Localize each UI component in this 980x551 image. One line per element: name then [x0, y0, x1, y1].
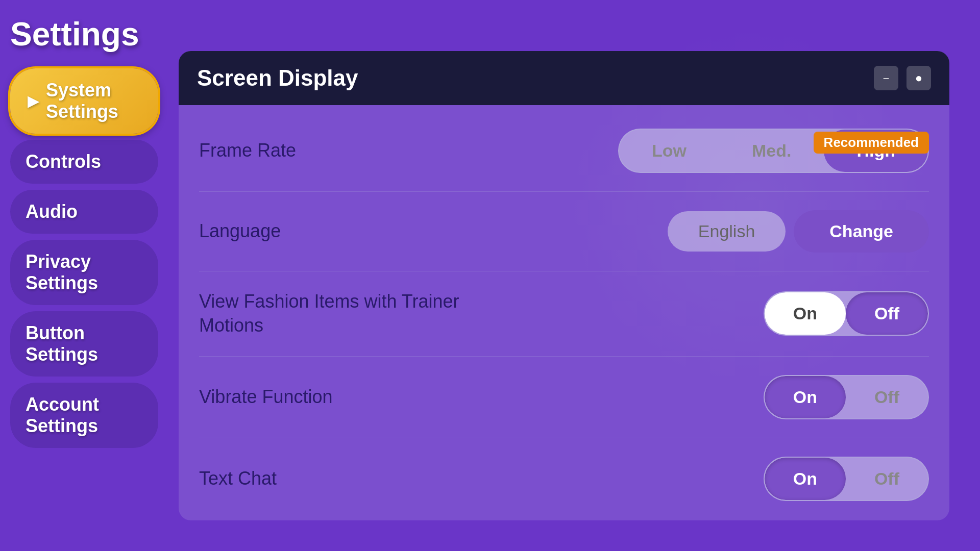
setting-row-language: Language English Change — [199, 192, 929, 271]
circle-icon[interactable]: ● — [906, 66, 931, 90]
frame-rate-med-button[interactable]: Med. — [719, 130, 824, 172]
setting-label-text-chat: Text Chat — [199, 467, 277, 491]
setting-label-view-fashion: View Fashion Items with Trainer Motions — [199, 290, 485, 338]
view-fashion-off-button[interactable]: Off — [846, 292, 928, 335]
frame-rate-controls: Recommended Low Med. High — [618, 129, 929, 173]
setting-row-view-fashion: View Fashion Items with Trainer Motions … — [199, 271, 929, 357]
recommended-badge: Recommended — [814, 132, 929, 154]
sidebar-item-privacy-settings[interactable]: Privacy Settings — [10, 240, 158, 305]
view-fashion-on-button[interactable]: On — [765, 292, 846, 335]
text-chat-controls: On Off — [764, 457, 929, 501]
nav-arrow-icon: ▶ — [26, 90, 41, 112]
text-chat-off-button[interactable]: Off — [846, 458, 928, 500]
section-header: Screen Display － ● — [179, 51, 949, 105]
setting-label-frame-rate: Frame Rate — [199, 139, 296, 163]
header-icons: － ● — [874, 66, 931, 90]
sidebar-item-label: Button Settings — [26, 322, 143, 365]
frame-rate-low-button[interactable]: Low — [619, 130, 719, 172]
setting-label-language: Language — [199, 219, 281, 243]
sidebar-item-account-settings[interactable]: Account Settings — [10, 383, 158, 448]
vibrate-off-button[interactable]: Off — [846, 376, 928, 418]
sidebar-item-button-settings[interactable]: Button Settings — [10, 311, 158, 377]
page-title: Settings — [10, 15, 158, 53]
view-fashion-toggle: On Off — [764, 291, 929, 336]
sidebar-item-label: Privacy Settings — [26, 251, 143, 294]
view-fashion-controls: On Off — [764, 291, 929, 336]
setting-row-frame-rate: Frame Rate Recommended Low Med. High — [199, 110, 929, 192]
sidebar: Settings ▶ System Settings Controls Audi… — [0, 0, 168, 551]
language-value: English — [668, 211, 786, 252]
minimize-icon[interactable]: － — [874, 66, 898, 90]
setting-row-vibrate: Vibrate Function On Off — [199, 357, 929, 438]
language-change-button[interactable]: Change — [794, 210, 929, 253]
sidebar-item-system-settings[interactable]: ▶ System Settings — [10, 68, 158, 134]
sidebar-item-label: Audio — [26, 201, 78, 222]
setting-label-vibrate: Vibrate Function — [199, 385, 333, 409]
settings-body: Frame Rate Recommended Low Med. High Lan… — [179, 105, 949, 520]
text-chat-on-button[interactable]: On — [765, 458, 846, 500]
sidebar-item-label: Account Settings — [26, 394, 143, 437]
setting-row-text-chat: Text Chat On Off — [199, 438, 929, 519]
vibrate-toggle: On Off — [764, 375, 929, 419]
vibrate-on-button[interactable]: On — [765, 376, 846, 418]
main-content: Screen Display － ● Frame Rate Recommende… — [179, 51, 949, 520]
sidebar-item-controls[interactable]: Controls — [10, 140, 158, 184]
text-chat-toggle: On Off — [764, 457, 929, 501]
sidebar-item-label: System Settings — [46, 80, 143, 122]
vibrate-controls: On Off — [764, 375, 929, 419]
sidebar-item-label: Controls — [26, 151, 101, 172]
language-controls: English Change — [668, 210, 929, 253]
sidebar-item-audio[interactable]: Audio — [10, 190, 158, 234]
section-title: Screen Display — [197, 65, 358, 91]
